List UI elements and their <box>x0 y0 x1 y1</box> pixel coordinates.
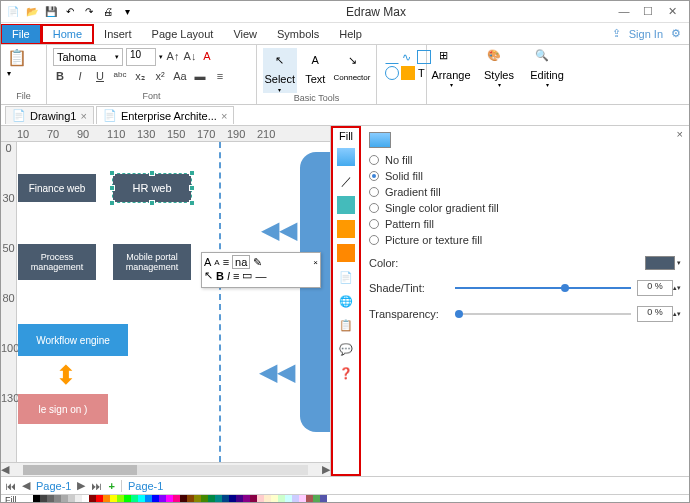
palette-swatch[interactable] <box>152 495 159 503</box>
palette-swatch[interactable] <box>117 495 124 503</box>
palette-swatch[interactable] <box>229 495 236 503</box>
mini-bold[interactable]: B <box>216 270 224 282</box>
page-next-icon[interactable]: ▶ <box>77 479 85 492</box>
transparency-slider[interactable] <box>455 313 631 315</box>
menu-help[interactable]: Help <box>329 25 372 43</box>
palette-swatch[interactable] <box>313 495 320 503</box>
palette-swatch[interactable] <box>306 495 313 503</box>
page-last-icon[interactable]: ⏭ <box>91 480 102 492</box>
page-tab-1[interactable]: Page-1 <box>36 480 71 492</box>
ribbon-arrange-group[interactable]: ⊞ Arrange▾ <box>427 45 475 104</box>
menu-home[interactable]: Home <box>41 24 94 44</box>
menu-symbols[interactable]: Symbols <box>267 25 329 43</box>
strike-button[interactable]: abc <box>113 70 127 84</box>
italic-button[interactable]: I <box>73 70 87 84</box>
signin-link[interactable]: Sign In <box>629 28 663 40</box>
fill-panel-icon[interactable] <box>337 148 355 166</box>
palette-swatch[interactable] <box>96 495 103 503</box>
shape-signon[interactable]: le sign on ) <box>18 394 108 424</box>
color-swatch[interactable] <box>645 256 675 270</box>
palette-swatch[interactable] <box>320 495 327 503</box>
radio-picture-fill[interactable]: Picture or texture fill <box>369 234 681 246</box>
qat-save-icon[interactable]: 💾 <box>43 4 59 20</box>
share-icon[interactable]: ⇪ <box>612 27 621 40</box>
page-panel-icon[interactable]: 📄 <box>337 268 355 286</box>
palette-swatch[interactable] <box>215 495 222 503</box>
color-dd-icon[interactable]: ▾ <box>677 259 681 267</box>
page-tab-2[interactable]: Page-1 <box>128 480 163 492</box>
mini-close-icon[interactable]: × <box>313 258 318 267</box>
shape-mobile-mgmt[interactable]: Mobile portal management <box>113 244 191 280</box>
palette-swatch[interactable] <box>187 495 194 503</box>
radio-single-gradient[interactable]: Single color gradient fill <box>369 202 681 214</box>
qat-print-icon[interactable]: 🖨 <box>100 4 116 20</box>
palette-swatch[interactable] <box>33 495 40 503</box>
clipboard-dd-icon[interactable]: ▾ <box>7 69 40 78</box>
shade-slider[interactable] <box>455 287 631 289</box>
bold-button[interactable]: B <box>53 70 67 84</box>
palette-swatch[interactable] <box>75 495 82 503</box>
circle-shape-icon[interactable] <box>385 66 399 80</box>
palette-swatch[interactable] <box>243 495 250 503</box>
palette-swatch[interactable] <box>138 495 145 503</box>
palette-swatch[interactable] <box>89 495 96 503</box>
shade-value-input[interactable]: 0 % <box>637 280 673 296</box>
line-panel-icon[interactable]: ／ <box>337 172 355 190</box>
palette-swatch[interactable] <box>110 495 117 503</box>
doc-tab-enterprise[interactable]: 📄 Enterprise Archite... × <box>96 106 234 124</box>
layer-panel-icon[interactable] <box>337 244 355 262</box>
minimize-button[interactable]: — <box>617 5 631 19</box>
palette-swatch[interactable] <box>159 495 166 503</box>
text-tool[interactable]: A Text <box>299 48 333 93</box>
palette-swatch[interactable] <box>285 495 292 503</box>
close-tab-icon[interactable]: × <box>221 110 227 122</box>
connector-tool[interactable]: ↘ Connector <box>334 48 370 93</box>
doc-panel-icon[interactable]: 📋 <box>337 316 355 334</box>
font-grow-icon[interactable]: A↑ <box>166 50 180 64</box>
fill-shape-icon[interactable] <box>401 66 415 80</box>
page-prev-icon[interactable]: ◀ <box>22 479 30 492</box>
superscript-button[interactable]: x² <box>153 70 167 84</box>
palette-swatch[interactable] <box>236 495 243 503</box>
menu-page-layout[interactable]: Page Layout <box>142 25 224 43</box>
mini-tool-icon[interactable]: ↖ <box>204 269 213 282</box>
page-first-icon[interactable]: ⏮ <box>5 480 16 492</box>
scrollbar-thumb[interactable] <box>23 465 137 475</box>
image-panel-icon[interactable] <box>337 220 355 238</box>
radio-no-fill[interactable]: No fill <box>369 154 681 166</box>
palette-swatch[interactable] <box>278 495 285 503</box>
font-shrink-icon[interactable]: A↓ <box>183 50 197 64</box>
palette-swatch[interactable] <box>201 495 208 503</box>
shadow-panel-icon[interactable] <box>337 196 355 214</box>
mini-italic[interactable]: I <box>227 270 230 282</box>
qat-new-icon[interactable]: 📄 <box>5 4 21 20</box>
palette-swatch[interactable] <box>54 495 61 503</box>
palette-swatch[interactable] <box>47 495 54 503</box>
menu-file[interactable]: File <box>1 24 41 44</box>
comment-panel-icon[interactable]: 💬 <box>337 340 355 358</box>
menu-insert[interactable]: Insert <box>94 25 142 43</box>
transparency-value-input[interactable]: 0 % <box>637 306 673 322</box>
palette-swatch[interactable] <box>40 495 47 503</box>
add-page-button[interactable]: + <box>108 480 114 492</box>
radio-solid-fill[interactable]: Solid fill <box>369 170 681 182</box>
font-size-combo[interactable]: 10 <box>126 48 156 66</box>
shape-process-mgmt[interactable]: Process management <box>18 244 96 280</box>
guideline[interactable] <box>219 142 221 462</box>
mini-font-a[interactable]: A <box>204 256 211 268</box>
palette-swatch[interactable] <box>180 495 187 503</box>
mini-font-a-small[interactable]: A <box>214 258 219 267</box>
mini-align2-icon[interactable]: ≡ <box>233 270 239 282</box>
ribbon-editing-group[interactable]: 🔍 Editing▾ <box>523 45 571 104</box>
palette-swatch[interactable] <box>166 495 173 503</box>
web-panel-icon[interactable]: 🌐 <box>337 292 355 310</box>
qat-more-icon[interactable]: ▾ <box>119 4 135 20</box>
align-button[interactable]: ≡ <box>213 70 227 84</box>
floating-format-toolbar[interactable]: A A ≡ na ✎ × ↖ B I ≡ ▭ — <box>201 252 321 288</box>
paste-icon[interactable]: 📋 <box>7 48 40 67</box>
settings-icon[interactable]: ⚙ <box>671 27 681 40</box>
highlight-button[interactable]: ▬ <box>193 70 207 84</box>
mini-brush-icon[interactable]: ✎ <box>253 256 262 269</box>
help-panel-icon[interactable]: ❓ <box>337 364 355 382</box>
qat-undo-icon[interactable]: ↶ <box>62 4 78 20</box>
